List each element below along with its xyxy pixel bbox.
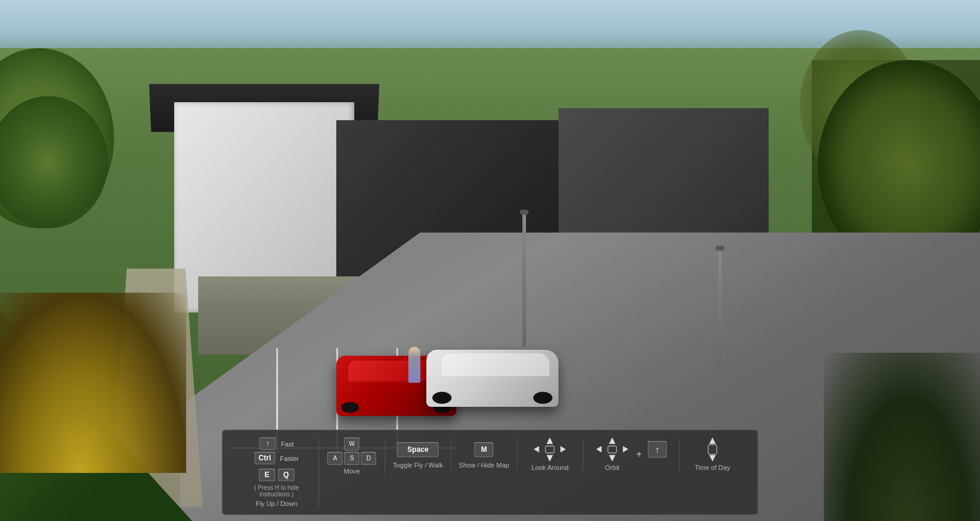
time-of-day-label: Time of Day [695, 464, 730, 471]
key-orbit-up[interactable]: ↑ [648, 441, 667, 458]
key-ctrl[interactable]: Ctrl [255, 452, 276, 465]
key-a[interactable]: A [327, 452, 343, 465]
svg-marker-7 [609, 437, 616, 444]
plant-foreground-right [824, 353, 980, 521]
move-section: W A S D Move [319, 437, 385, 475]
wasd-middle-row: A S D [327, 452, 377, 465]
move-label: Move [344, 468, 360, 475]
time-of-day-icon [694, 437, 730, 462]
svg-rect-4 [546, 446, 554, 453]
car-white [426, 350, 558, 407]
key-row-faster: Ctrl Faster [255, 452, 299, 465]
key-e[interactable]: E [259, 469, 276, 481]
look-around-section: Look Around [517, 437, 583, 471]
key-row-fast: ↑ Fast [259, 437, 294, 450]
faster-label: Faster [280, 455, 298, 462]
orbit-label: Orbit [605, 464, 620, 471]
svg-marker-5 [596, 446, 602, 452]
fast-label: Fast [281, 440, 294, 448]
plus-separator: + [636, 449, 641, 460]
time-of-day-section: Time of Day [679, 437, 745, 471]
key-q[interactable]: Q [278, 469, 295, 481]
show-hide-map-label: Show / Hide Map [459, 462, 509, 469]
orbit-arrows-icon [594, 437, 630, 462]
svg-rect-12 [708, 445, 716, 454]
key-row-space: Space [397, 442, 439, 457]
svg-rect-9 [608, 446, 616, 453]
press-h-hint: ( Press H to hide instructions ) [246, 484, 308, 498]
key-row-m: M [474, 442, 494, 457]
svg-marker-1 [561, 446, 566, 452]
light-pole-2 [718, 251, 722, 371]
key-m[interactable]: M [474, 442, 494, 457]
svg-marker-8 [609, 455, 616, 462]
plant-foreground-left [0, 293, 186, 473]
key-row-eq: E Q [259, 469, 295, 481]
fly-up-down-label: Fly Up / Down [256, 500, 297, 507]
show-hide-map-section: M Show / Hide Map [451, 437, 517, 469]
orbit-section: Orbit + ↑ - [583, 437, 679, 471]
svg-marker-6 [623, 446, 628, 452]
key-s[interactable]: S [344, 452, 360, 465]
look-around-label: Look Around [531, 464, 569, 471]
controls-panel: ↑ Fast Ctrl Faster E Q ( Press H to hide… [222, 430, 758, 515]
key-w[interactable]: W [344, 437, 360, 451]
svg-marker-0 [534, 446, 539, 452]
3d-viewport: ↑ Fast Ctrl Faster E Q ( Press H to hide… [0, 0, 980, 521]
wasd-cluster: W A S D [327, 437, 377, 465]
svg-marker-10 [709, 437, 716, 444]
key-up-arrow[interactable]: ↑ [259, 437, 276, 450]
svg-marker-11 [709, 455, 716, 462]
key-d[interactable]: D [361, 452, 377, 465]
key-space[interactable]: Space [397, 442, 439, 457]
person-figure [408, 347, 420, 383]
fly-up-down-section: ↑ Fast Ctrl Faster E Q ( Press H to hide… [235, 437, 319, 507]
wasd-top-row: W [344, 437, 360, 451]
look-around-icon [532, 437, 568, 462]
svg-marker-3 [547, 455, 554, 462]
svg-marker-2 [547, 437, 554, 444]
toggle-fly-walk-section: Space Toggle Fly / Walk [385, 437, 451, 469]
toggle-fly-walk-label: Toggle Fly / Walk [393, 462, 443, 469]
light-pole-1 [522, 215, 526, 347]
